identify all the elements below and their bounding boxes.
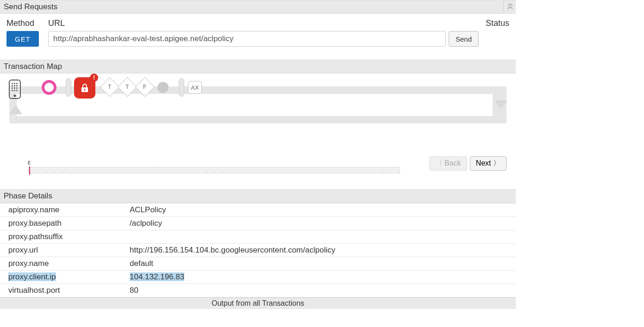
- svg-rect-10: [16, 87, 18, 89]
- flow-separator: [66, 78, 71, 97]
- phase-key: proxy.name: [0, 257, 125, 271]
- svg-rect-8: [12, 87, 13, 89]
- phase-value: ACLPolicy: [125, 204, 516, 217]
- method-button[interactable]: GET: [6, 31, 39, 47]
- next-button[interactable]: Next 〉: [470, 156, 506, 171]
- flow-separator: [179, 78, 184, 97]
- svg-rect-7: [16, 85, 18, 86]
- table-row[interactable]: proxy.namedefault: [0, 257, 516, 271]
- analytics-node[interactable]: AX: [188, 81, 202, 94]
- svg-rect-15: [84, 89, 85, 91]
- svg-rect-5: [12, 85, 13, 86]
- status-label: Status: [481, 19, 509, 31]
- table-row[interactable]: proxy.client.ip104.132.196.83: [0, 271, 516, 284]
- phase-key: proxy.client.ip: [0, 271, 125, 284]
- svg-rect-4: [16, 83, 18, 84]
- table-row[interactable]: virtualhost.port80: [0, 284, 516, 297]
- phase-key: proxy.pathsuffix: [0, 230, 125, 244]
- phase-value: /aclpolicy: [125, 217, 516, 230]
- phase-key: proxy.basepath: [0, 217, 125, 230]
- collapse-icon[interactable]: [503, 1, 513, 12]
- flow-step-node[interactable]: [157, 82, 169, 93]
- svg-rect-3: [14, 83, 15, 84]
- phase-details-table: apiproxy.nameACLPolicyproxy.basepath/acl…: [0, 203, 516, 297]
- svg-rect-12: [14, 90, 15, 91]
- table-row[interactable]: proxy.pathsuffix: [0, 230, 516, 244]
- svg-point-1: [14, 95, 16, 97]
- phase-value: default: [125, 257, 516, 271]
- svg-rect-11: [12, 90, 13, 91]
- footer-bar[interactable]: Output from all Transactions: [0, 297, 516, 309]
- send-requests-title: Send Requests: [4, 2, 57, 11]
- phase-value: http://196.156.154.104.bc.googleusercont…: [125, 244, 516, 257]
- phase-value: [125, 230, 516, 244]
- request-start-node[interactable]: [42, 80, 56, 95]
- table-row[interactable]: proxy.urlhttp://196.156.154.104.bc.googl…: [0, 244, 516, 257]
- svg-rect-2: [12, 83, 13, 84]
- url-label: URL: [48, 19, 481, 31]
- timeline-bar[interactable]: [28, 167, 400, 173]
- timeline[interactable]: ε: [28, 159, 400, 171]
- table-row[interactable]: apiproxy.nameACLPolicy: [0, 204, 516, 217]
- client-device-icon[interactable]: [7, 79, 22, 99]
- phase-key: virtualhost.port: [0, 284, 125, 297]
- transaction-map-panel: ! T T F AX ε 〈 Back Next 〉: [0, 74, 516, 189]
- phase-key: proxy.url: [0, 244, 125, 257]
- svg-rect-9: [14, 87, 15, 89]
- phase-key: apiproxy.name: [0, 204, 125, 217]
- phase-details-header: Phase Details: [0, 189, 516, 203]
- send-requests-panel: Method URL Status GET Send: [0, 14, 516, 60]
- acl-policy-node[interactable]: !: [74, 77, 95, 99]
- table-row[interactable]: proxy.basepath/aclpolicy: [0, 217, 516, 230]
- timeline-label: ε: [28, 159, 400, 166]
- url-input[interactable]: [48, 31, 446, 47]
- phase-value: 104.132.196.83: [125, 271, 516, 284]
- send-button[interactable]: Send: [449, 31, 479, 47]
- arrow-up-icon: [9, 105, 22, 114]
- arrow-down-icon: [494, 100, 507, 109]
- flow-lane-return: [9, 116, 506, 123]
- svg-rect-13: [16, 90, 18, 91]
- error-badge-icon: !: [90, 74, 98, 82]
- timeline-marker[interactable]: [29, 167, 30, 175]
- phase-details-title: Phase Details: [4, 191, 52, 200]
- send-requests-header: Send Requests: [0, 0, 516, 14]
- footer-label: Output from all Transactions: [212, 299, 304, 307]
- back-button[interactable]: 〈 Back: [429, 156, 467, 171]
- transaction-map-header: Transaction Map: [0, 60, 516, 74]
- svg-rect-6: [14, 85, 15, 86]
- method-label: Method: [6, 19, 48, 31]
- transaction-map-title: Transaction Map: [4, 62, 62, 71]
- phase-value: 80: [125, 284, 516, 297]
